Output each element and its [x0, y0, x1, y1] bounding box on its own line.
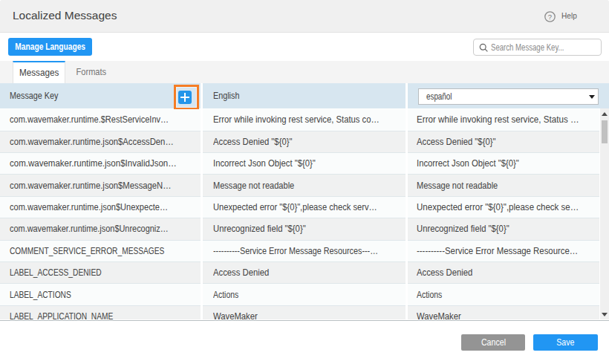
svg-text:?: ?	[548, 13, 552, 21]
